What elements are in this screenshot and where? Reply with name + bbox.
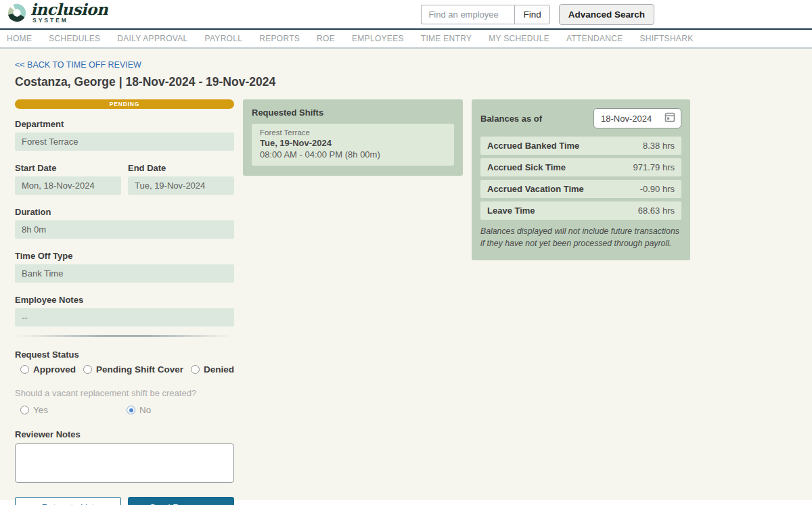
end-date-value: Tue, 19-Nov-2024 xyxy=(128,176,234,195)
balance-value: 68.63 hrs xyxy=(638,206,675,216)
radio-denied-circle[interactable] xyxy=(191,365,200,374)
section-divider xyxy=(18,335,231,337)
radio-denied-label: Denied xyxy=(204,364,234,375)
nav-item-roe[interactable]: ROE xyxy=(317,34,335,43)
shift-department: Forest Terrace xyxy=(260,128,446,137)
brand-tagline: SYSTEM xyxy=(30,17,108,24)
balance-row-banked: Accrued Banked Time 8.38 hrs xyxy=(480,137,681,155)
balance-row-vacation: Accrued Vacation Time -0.90 hrs xyxy=(480,180,681,198)
inclusion-swirl-icon xyxy=(7,2,27,26)
nav-item-payroll[interactable]: PAYROLL xyxy=(205,34,243,43)
replacement-shift-options: Yes No xyxy=(15,405,234,415)
nav-item-employees[interactable]: EMPLOYEES xyxy=(352,34,404,43)
return-to-list-button[interactable]: Return to List xyxy=(15,497,121,505)
request-status-label: Request Status xyxy=(15,350,234,360)
reviewer-notes-label: Reviewer Notes xyxy=(15,429,234,439)
nav-item-attendance[interactable]: ATTENDANCE xyxy=(566,34,623,43)
radio-replacement-yes-circle xyxy=(20,406,29,414)
start-date-label: Start Date xyxy=(15,163,121,173)
shift-date: Tue, 19-Nov-2024 xyxy=(260,138,446,148)
radio-replacement-yes: Yes xyxy=(20,405,48,415)
radio-approved-circle[interactable] xyxy=(20,365,29,374)
balance-value: 8.38 hrs xyxy=(643,141,675,151)
balance-value: 971.79 hrs xyxy=(633,162,675,172)
advanced-search-button[interactable]: Advanced Search xyxy=(559,4,654,25)
employee-search-area: Find Advanced Search xyxy=(421,4,654,25)
balance-row-leave: Leave Time 68.63 hrs xyxy=(480,201,681,220)
employee-notes-label: Employee Notes xyxy=(15,295,234,305)
radio-pending-shift-cover[interactable]: Pending Shift Cover xyxy=(83,364,183,375)
calendar-icon[interactable] xyxy=(664,112,675,125)
radio-pending-shift-cover-label: Pending Shift Cover xyxy=(96,364,183,375)
employee-search-input[interactable] xyxy=(421,5,514,24)
balances-panel: Balances as of 18-Nov-2024 Accrued Banke… xyxy=(472,99,690,260)
radio-replacement-yes-label: Yes xyxy=(33,405,48,415)
request-status-options: Approved Pending Shift Cover Denied xyxy=(15,364,234,375)
nav-item-shiftshark[interactable]: SHIFTSHARK xyxy=(639,34,693,43)
nav-item-home[interactable]: HOME xyxy=(7,34,32,43)
balance-label: Accrued Banked Time xyxy=(487,141,579,151)
end-date-label: End Date xyxy=(128,163,234,173)
find-button[interactable]: Find xyxy=(514,5,549,24)
balance-value: -0.90 hrs xyxy=(640,184,675,194)
back-to-time-off-review-link[interactable]: << BACK TO TIME OFF REVIEW xyxy=(15,60,141,70)
status-badge: PENDING xyxy=(15,99,234,109)
radio-pending-shift-cover-circle[interactable] xyxy=(83,365,92,374)
request-details-form: PENDING Department Forest Terrace Start … xyxy=(15,99,234,505)
time-off-type-label: Time Off Type xyxy=(15,251,234,261)
radio-replacement-no: No xyxy=(127,405,151,415)
reviewer-notes-textarea[interactable] xyxy=(15,443,234,483)
balance-label: Accrued Vacation Time xyxy=(487,184,584,194)
replacement-shift-question: Should a vacant replacement shift be cre… xyxy=(15,388,234,398)
radio-replacement-no-label: No xyxy=(139,405,151,415)
main-nav: HOME SCHEDULES DAILY APPROVAL PAYROLL RE… xyxy=(0,30,812,49)
nav-item-my-schedule[interactable]: MY SCHEDULE xyxy=(489,34,549,43)
duration-value: 8h 0m xyxy=(15,220,234,239)
balances-title: Balances as of xyxy=(480,114,542,124)
nav-item-time-entry[interactable]: TIME ENTRY xyxy=(421,34,472,43)
balance-label: Accrued Sick Time xyxy=(487,162,566,172)
brand-name: inclusion xyxy=(30,2,108,17)
app-header: inclusion SYSTEM Find Advanced Search xyxy=(0,0,812,30)
nav-item-reports[interactable]: REPORTS xyxy=(259,34,300,43)
balances-date-value: 18-Nov-2024 xyxy=(601,114,652,124)
nav-item-daily-approval[interactable]: DAILY APPROVAL xyxy=(117,34,187,43)
balance-label: Leave Time xyxy=(487,206,535,216)
send-response-button[interactable]: Send Response xyxy=(128,497,234,505)
balances-date-input[interactable]: 18-Nov-2024 xyxy=(593,108,681,128)
start-date-value: Mon, 18-Nov-2024 xyxy=(15,176,121,195)
department-label: Department xyxy=(15,119,234,129)
balance-row-sick: Accrued Sick Time 971.79 hrs xyxy=(480,158,681,176)
radio-denied[interactable]: Denied xyxy=(191,364,234,375)
shift-time: 08:00 AM - 04:00 PM (8h 00m) xyxy=(260,149,446,160)
employee-notes-value: -- xyxy=(15,308,234,327)
balances-rows: Accrued Banked Time 8.38 hrs Accrued Sic… xyxy=(480,137,681,220)
shift-card: Forest Terrace Tue, 19-Nov-2024 08:00 AM… xyxy=(252,124,454,166)
requested-shifts-title: Requested Shifts xyxy=(252,107,454,118)
radio-approved-label: Approved xyxy=(33,364,76,375)
balances-disclaimer: Balances displayed will not include futu… xyxy=(480,226,681,250)
requested-shifts-panel: Requested Shifts Forest Terrace Tue, 19-… xyxy=(243,99,463,176)
duration-label: Duration xyxy=(15,207,234,217)
page-content: << BACK TO TIME OFF REVIEW Costanza, Geo… xyxy=(0,49,812,500)
brand-logo[interactable]: inclusion SYSTEM xyxy=(7,2,108,26)
radio-approved[interactable]: Approved xyxy=(20,364,76,375)
time-off-type-value: Bank Time xyxy=(15,264,234,283)
page-title: Costanza, George | 18-Nov-2024 - 19-Nov-… xyxy=(15,75,812,89)
department-value: Forest Terrace xyxy=(15,133,234,151)
nav-item-schedules[interactable]: SCHEDULES xyxy=(49,34,100,43)
radio-replacement-no-circle xyxy=(127,406,135,414)
